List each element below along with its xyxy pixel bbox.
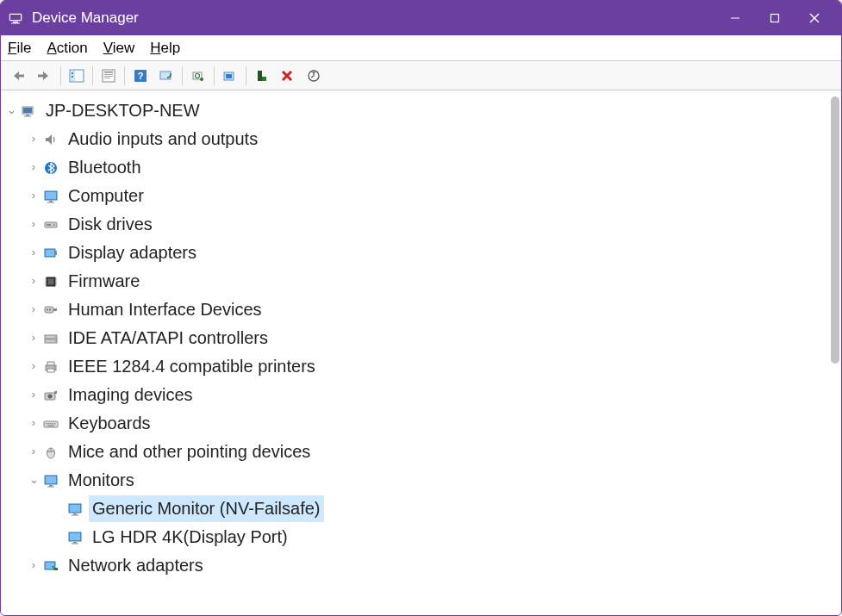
content-area: ⌄JP-DESKTOP-NEW›Audio inputs and outputs…	[1, 90, 841, 615]
tree-category-2[interactable]: ›Computer	[4, 182, 838, 210]
tree-category-5[interactable]: ›Firmware	[4, 267, 838, 296]
display-adapter-icon	[42, 245, 59, 262]
hid-icon	[42, 302, 59, 319]
expand-icon[interactable]: ›	[27, 386, 41, 403]
tree-item-label: Mice and other pointing devices	[65, 439, 314, 465]
add-legacy-hardware-button[interactable]	[301, 64, 327, 88]
show-hide-console-tree-button[interactable]	[64, 64, 90, 88]
forward-button[interactable]	[32, 64, 58, 88]
svg-rect-86	[73, 513, 77, 515]
camera-icon	[42, 387, 59, 404]
tree-category-13[interactable]: ›Network adapters	[4, 551, 838, 580]
tree-category-1[interactable]: ›Bluetooth	[4, 153, 838, 182]
scan-hardware-button[interactable]	[153, 64, 179, 88]
expand-icon[interactable]: ›	[27, 329, 41, 346]
expand-icon[interactable]: ›	[27, 414, 41, 432]
tree-item-label: IEEE 1284.4 compatible printers	[65, 353, 319, 380]
tree-item-label: Disk drives	[65, 211, 156, 238]
expand-icon[interactable]: ›	[27, 130, 41, 147]
tree-category-6[interactable]: ›Human Interface Devices	[4, 296, 838, 324]
tree-category-9[interactable]: ›Imaging devices	[4, 381, 838, 409]
device-tree[interactable]: ⌄JP-DESKTOP-NEW›Audio inputs and outputs…	[1, 91, 841, 615]
svg-point-12	[72, 72, 73, 74]
tree-item-label: Display adapters	[65, 240, 200, 266]
scrollbar[interactable]	[831, 96, 839, 364]
svg-rect-3	[11, 23, 20, 24]
help-button[interactable]: ?	[128, 64, 153, 88]
bluetooth-icon	[42, 159, 59, 177]
svg-rect-28	[262, 77, 266, 81]
menu-help[interactable]: Help	[150, 40, 180, 57]
menubar: File Action View Help	[1, 35, 841, 61]
expand-icon[interactable]: ›	[27, 215, 41, 233]
collapse-icon[interactable]: ⌄	[27, 471, 41, 488]
expand-icon[interactable]: ›	[27, 272, 41, 289]
svg-rect-90	[73, 542, 77, 544]
tree-category-12[interactable]: ⌄Monitors	[4, 466, 838, 495]
tree-category-7[interactable]: ›IDE ATA/ATAPI controllers	[4, 324, 838, 352]
svg-rect-73	[50, 423, 52, 425]
svg-point-66	[53, 366, 55, 368]
svg-rect-40	[47, 202, 54, 202]
tree-root[interactable]: ⌄JP-DESKTOP-NEW	[4, 96, 838, 125]
expand-icon[interactable]: ›	[27, 443, 41, 460]
window-controls	[715, 1, 834, 35]
tree-item-label: Imaging devices	[65, 382, 196, 408]
tree-item-label: Bluetooth	[65, 154, 145, 181]
menu-action[interactable]: Action	[47, 40, 87, 57]
back-button[interactable]	[6, 64, 32, 88]
svg-point-24	[200, 78, 203, 81]
update-driver-button[interactable]	[185, 64, 211, 88]
device-manager-icon	[8, 10, 23, 26]
minimize-button[interactable]	[715, 1, 755, 35]
maximize-button[interactable]	[755, 1, 795, 35]
monitor-icon	[66, 501, 84, 518]
menu-file[interactable]: File	[8, 40, 31, 57]
disable-device-button[interactable]	[275, 64, 301, 88]
network-icon	[42, 557, 59, 575]
close-button[interactable]	[795, 1, 834, 35]
svg-rect-48	[48, 279, 53, 284]
svg-point-68	[48, 394, 53, 398]
properties-button[interactable]	[96, 64, 122, 88]
tree-item-label: Computer	[65, 183, 147, 209]
tree-category-10[interactable]: ›Keyboards	[4, 409, 838, 438]
tree-category-11[interactable]: ›Mice and other pointing devices	[4, 438, 838, 466]
expand-icon[interactable]: ›	[27, 557, 41, 574]
svg-rect-91	[72, 543, 78, 544]
disk-icon	[42, 216, 59, 233]
svg-rect-34	[26, 115, 29, 116]
monitor-icon	[42, 472, 59, 489]
tree-item-label: Network adapters	[65, 552, 207, 579]
svg-point-42	[53, 224, 55, 226]
tree-category-8[interactable]: ›IEEE 1284.4 compatible printers	[4, 352, 838, 381]
tree-device-12-0[interactable]: Generic Monitor (NV-Failsafe)	[4, 495, 838, 523]
monitor-icon	[42, 188, 59, 205]
collapse-icon[interactable]: ⌄	[4, 102, 18, 119]
keyboard-icon	[42, 415, 59, 432]
tree-category-3[interactable]: ›Disk drives	[4, 210, 838, 239]
svg-rect-74	[53, 423, 54, 425]
expand-icon[interactable]: ›	[27, 159, 41, 176]
window-title: Device Manager	[32, 9, 715, 27]
root-icon	[20, 103, 37, 120]
svg-rect-39	[49, 201, 53, 202]
expand-icon[interactable]: ›	[27, 244, 41, 261]
svg-rect-11	[71, 71, 75, 81]
tree-device-12-1[interactable]: LG HDR 4K(Display Port)	[4, 523, 838, 551]
svg-rect-33	[23, 108, 32, 113]
uninstall-device-button[interactable]	[217, 64, 243, 88]
svg-rect-26	[226, 74, 232, 78]
enable-device-button[interactable]	[249, 64, 275, 88]
expand-icon[interactable]: ›	[27, 187, 41, 204]
monitor-icon	[66, 529, 84, 546]
tree-category-0[interactable]: ›Audio inputs and outputs	[4, 125, 838, 153]
menu-view[interactable]: View	[103, 40, 135, 57]
tree-category-4[interactable]: ›Display adapters	[4, 239, 838, 267]
svg-rect-82	[49, 485, 53, 487]
svg-rect-71	[46, 423, 47, 425]
tree-item-label: Generic Monitor (NV-Failsafe)	[89, 495, 324, 522]
expand-icon[interactable]: ›	[27, 358, 41, 375]
svg-rect-38	[46, 192, 56, 199]
expand-icon[interactable]: ›	[27, 301, 41, 318]
